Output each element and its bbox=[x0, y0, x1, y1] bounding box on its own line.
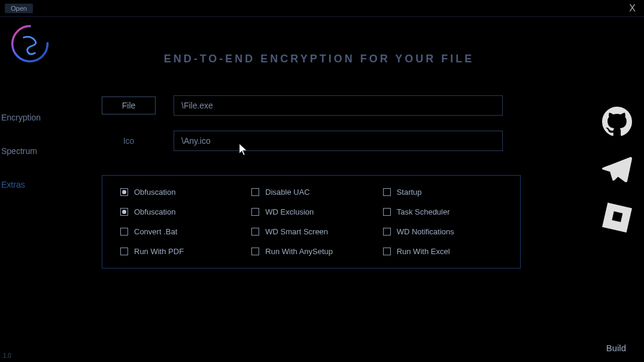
options-grid: Obfuscation Disable UAC Startup Obfuscat… bbox=[120, 188, 502, 256]
telegram-icon[interactable] bbox=[602, 155, 632, 185]
option-obfuscation-1[interactable]: Obfuscation bbox=[120, 188, 239, 197]
ico-label: Ico bbox=[102, 136, 156, 146]
checkbox-icon bbox=[251, 188, 259, 196]
file-label-button[interactable]: File bbox=[102, 96, 156, 114]
option-label: Run With PDF bbox=[134, 247, 184, 256]
option-disable-uac[interactable]: Disable UAC bbox=[251, 188, 370, 197]
option-label: WD Smart Screen bbox=[265, 227, 328, 236]
github-icon[interactable] bbox=[602, 107, 632, 137]
file-path-input[interactable] bbox=[174, 95, 503, 116]
checkbox-icon bbox=[383, 208, 391, 216]
checkbox-icon bbox=[120, 228, 128, 236]
checkbox-icon bbox=[383, 188, 391, 196]
option-label: Task Scheduler bbox=[397, 207, 450, 216]
roblox-icon[interactable] bbox=[602, 203, 632, 233]
option-label: Run With Excel bbox=[397, 247, 450, 256]
option-label: Convert .Bat bbox=[134, 227, 177, 236]
option-run-with-pdf[interactable]: Run With PDF bbox=[120, 247, 239, 256]
main-content: Encryption Spectrum Extras END-TO-END EN… bbox=[0, 17, 644, 362]
sidebar-item-extras[interactable]: Extras bbox=[0, 168, 60, 201]
option-label: WD Notifications bbox=[397, 227, 454, 236]
checkbox-icon bbox=[251, 248, 259, 255]
option-label: Run With AnySetup bbox=[265, 247, 333, 256]
svg-point-0 bbox=[13, 26, 48, 62]
checkbox-icon bbox=[120, 188, 128, 196]
ico-path-input[interactable] bbox=[174, 131, 503, 151]
checkbox-icon bbox=[383, 228, 391, 236]
page-title: END-TO-END ENCRYPTION FOR YOUR FILE bbox=[66, 53, 572, 65]
option-wd-exclusion[interactable]: WD Exclusion bbox=[251, 207, 370, 216]
center-panel: END-TO-END ENCRYPTION FOR YOUR FILE File… bbox=[60, 17, 590, 362]
version-label: 1.0 bbox=[3, 352, 11, 359]
checkbox-icon bbox=[120, 208, 128, 216]
app-logo bbox=[9, 23, 51, 65]
option-run-with-anysetup[interactable]: Run With AnySetup bbox=[251, 247, 370, 256]
titlebar: Open X bbox=[0, 0, 644, 17]
option-obfuscation-2[interactable]: Obfuscation bbox=[120, 207, 239, 216]
option-convert-bat[interactable]: Convert .Bat bbox=[120, 227, 239, 236]
option-label: Disable UAC bbox=[265, 188, 309, 197]
option-label: WD Exclusion bbox=[265, 207, 314, 216]
option-wd-smartscreen[interactable]: WD Smart Screen bbox=[251, 227, 370, 236]
open-button[interactable]: Open bbox=[5, 4, 33, 13]
option-startup[interactable]: Startup bbox=[383, 188, 502, 197]
checkbox-icon bbox=[383, 248, 391, 255]
build-button[interactable]: Build bbox=[606, 343, 626, 353]
file-section: File Ico bbox=[66, 95, 572, 166]
option-label: Obfuscation bbox=[134, 207, 175, 216]
option-label: Startup bbox=[397, 188, 422, 197]
sidebar-item-encryption[interactable]: Encryption bbox=[0, 101, 60, 134]
file-input-row: File bbox=[102, 95, 572, 116]
option-task-scheduler[interactable]: Task Scheduler bbox=[383, 207, 502, 216]
option-wd-notifications[interactable]: WD Notifications bbox=[383, 227, 502, 236]
option-run-with-excel[interactable]: Run With Excel bbox=[383, 247, 502, 256]
checkbox-icon bbox=[251, 228, 259, 236]
checkbox-icon bbox=[251, 208, 259, 216]
checkbox-icon bbox=[120, 248, 128, 255]
sidebar-item-spectrum[interactable]: Spectrum bbox=[0, 134, 60, 168]
sidebar: Encryption Spectrum Extras bbox=[0, 17, 60, 362]
ico-input-row: Ico bbox=[102, 131, 572, 151]
option-label: Obfuscation bbox=[134, 188, 175, 197]
right-panel bbox=[590, 17, 644, 362]
options-panel: Obfuscation Disable UAC Startup Obfuscat… bbox=[102, 175, 521, 269]
close-button[interactable]: X bbox=[625, 3, 639, 14]
